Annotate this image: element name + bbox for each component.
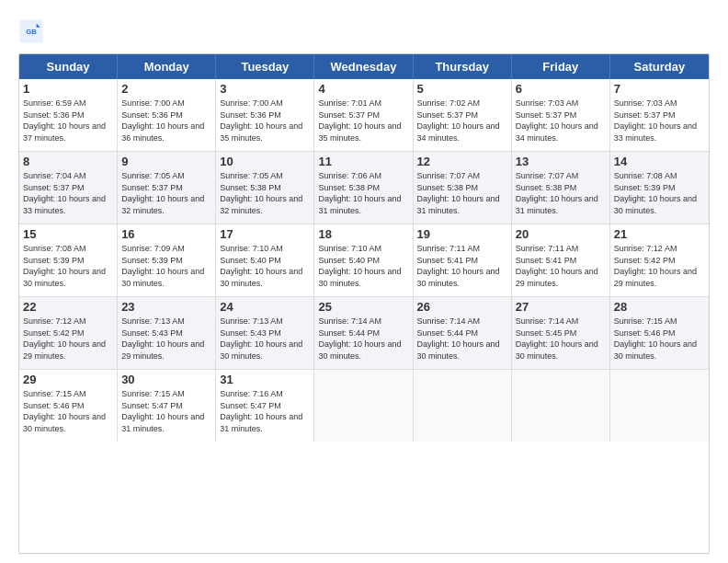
header-wednesday: Wednesday: [314, 54, 413, 79]
daylight-label: Daylight: 10 hours and 37 minutes.: [23, 121, 113, 144]
sunset-line: Sunset: 5:37 PM: [121, 182, 211, 194]
day-number: 22: [23, 300, 113, 314]
day-10: 10Sunrise: 7:05 AMSunset: 5:38 PMDayligh…: [216, 152, 314, 224]
day-5: 5Sunrise: 7:02 AMSunset: 5:37 PMDaylight…: [414, 79, 512, 151]
sunrise-line: Sunrise: 7:01 AM: [318, 98, 408, 109]
day-23: 23Sunrise: 7:13 AMSunset: 5:43 PMDayligh…: [118, 297, 216, 369]
sunrise-line: Sunrise: 7:14 AM: [516, 316, 606, 327]
day-number: 1: [23, 82, 113, 96]
daylight-label: Daylight: 10 hours and 30 minutes.: [614, 193, 705, 216]
daylight-label: Daylight: 10 hours and 31 minutes.: [220, 411, 310, 434]
daylight-label: Daylight: 10 hours and 29 minutes.: [516, 266, 606, 289]
day-2: 2Sunrise: 7:00 AMSunset: 5:36 PMDaylight…: [118, 79, 216, 151]
header-tuesday: Tuesday: [216, 54, 314, 79]
day-number: 14: [614, 155, 705, 168]
sunrise-line: Sunrise: 6:59 AM: [23, 98, 113, 109]
sunset-line: Sunset: 5:45 PM: [516, 327, 606, 339]
header-friday: Friday: [512, 54, 610, 79]
empty-cell: [314, 370, 413, 442]
header-monday: Monday: [118, 54, 216, 79]
daylight-label: Daylight: 10 hours and 34 minutes.: [516, 121, 606, 144]
day-number: 29: [23, 373, 113, 386]
sunrise-line: Sunrise: 7:03 AM: [614, 98, 705, 109]
sunset-line: Sunset: 5:37 PM: [23, 182, 113, 194]
day-number: 4: [318, 82, 408, 96]
sunset-line: Sunset: 5:36 PM: [23, 109, 113, 121]
day-number: 31: [220, 373, 310, 386]
sunset-line: Sunset: 5:42 PM: [23, 327, 113, 339]
week-row-5: 29Sunrise: 7:15 AMSunset: 5:46 PMDayligh…: [19, 370, 709, 442]
sunset-line: Sunset: 5:37 PM: [417, 109, 507, 121]
day-11: 11Sunrise: 7:06 AMSunset: 5:38 PMDayligh…: [314, 152, 413, 224]
calendar-header: SundayMondayTuesdayWednesdayThursdayFrid…: [19, 54, 709, 79]
day-31: 31Sunrise: 7:16 AMSunset: 5:47 PMDayligh…: [216, 370, 314, 442]
daylight-label: Daylight: 10 hours and 30 minutes.: [220, 339, 310, 362]
sunrise-line: Sunrise: 7:11 AM: [417, 243, 507, 255]
daylight-label: Daylight: 10 hours and 30 minutes.: [23, 266, 113, 289]
daylight-label: Daylight: 10 hours and 34 minutes.: [417, 121, 507, 144]
day-21: 21Sunrise: 7:12 AMSunset: 5:42 PMDayligh…: [610, 224, 709, 296]
sunset-line: Sunset: 5:46 PM: [614, 327, 705, 339]
sunrise-line: Sunrise: 7:06 AM: [318, 170, 408, 182]
day-number: 5: [417, 82, 507, 96]
week-row-4: 22Sunrise: 7:12 AMSunset: 5:42 PMDayligh…: [19, 297, 709, 370]
logo: GB: [18, 18, 48, 44]
sunset-line: Sunset: 5:39 PM: [121, 255, 211, 267]
sunrise-line: Sunrise: 7:15 AM: [23, 388, 113, 400]
day-number: 30: [121, 373, 211, 386]
daylight-label: Daylight: 10 hours and 30 minutes.: [417, 339, 507, 362]
sunset-line: Sunset: 5:38 PM: [318, 182, 408, 194]
day-27: 27Sunrise: 7:14 AMSunset: 5:45 PMDayligh…: [512, 297, 610, 369]
header-saturday: Saturday: [610, 54, 709, 79]
day-29: 29Sunrise: 7:15 AMSunset: 5:46 PMDayligh…: [19, 370, 118, 442]
sunrise-line: Sunrise: 7:14 AM: [417, 316, 507, 327]
day-16: 16Sunrise: 7:09 AMSunset: 5:39 PMDayligh…: [118, 224, 216, 296]
sunset-line: Sunset: 5:36 PM: [121, 109, 211, 121]
sunset-line: Sunset: 5:42 PM: [614, 255, 705, 267]
daylight-label: Daylight: 10 hours and 32 minutes.: [220, 193, 310, 216]
sunrise-line: Sunrise: 7:12 AM: [23, 316, 113, 327]
day-1: 1Sunrise: 6:59 AMSunset: 5:36 PMDaylight…: [19, 79, 118, 151]
day-number: 12: [417, 155, 507, 168]
daylight-label: Daylight: 10 hours and 30 minutes.: [121, 266, 211, 289]
daylight-label: Daylight: 10 hours and 31 minutes.: [417, 193, 507, 216]
logo-icon: GB: [18, 18, 44, 44]
sunrise-line: Sunrise: 7:13 AM: [220, 316, 310, 327]
day-17: 17Sunrise: 7:10 AMSunset: 5:40 PMDayligh…: [216, 224, 314, 296]
day-number: 10: [220, 155, 310, 168]
sunrise-line: Sunrise: 7:08 AM: [614, 170, 705, 182]
sunrise-line: Sunrise: 7:12 AM: [614, 243, 705, 255]
day-number: 27: [516, 300, 606, 314]
day-3: 3Sunrise: 7:00 AMSunset: 5:36 PMDaylight…: [216, 79, 314, 151]
daylight-label: Daylight: 10 hours and 30 minutes.: [318, 339, 408, 362]
sunrise-line: Sunrise: 7:13 AM: [121, 316, 211, 327]
day-28: 28Sunrise: 7:15 AMSunset: 5:46 PMDayligh…: [610, 297, 709, 369]
calendar: SundayMondayTuesdayWednesdayThursdayFrid…: [18, 53, 710, 554]
daylight-label: Daylight: 10 hours and 36 minutes.: [121, 121, 211, 144]
sunrise-line: Sunrise: 7:11 AM: [516, 243, 606, 255]
sunset-line: Sunset: 5:47 PM: [220, 400, 310, 412]
sunset-line: Sunset: 5:36 PM: [220, 109, 310, 121]
daylight-label: Daylight: 10 hours and 30 minutes.: [516, 339, 606, 362]
day-number: 20: [516, 227, 606, 241]
calendar-body: 1Sunrise: 6:59 AMSunset: 5:36 PMDaylight…: [19, 79, 709, 442]
day-6: 6Sunrise: 7:03 AMSunset: 5:37 PMDaylight…: [512, 79, 610, 151]
day-number: 18: [318, 227, 408, 241]
day-8: 8Sunrise: 7:04 AMSunset: 5:37 PMDaylight…: [19, 152, 118, 224]
sunrise-line: Sunrise: 7:15 AM: [121, 388, 211, 400]
sunrise-line: Sunrise: 7:07 AM: [417, 170, 507, 182]
sunset-line: Sunset: 5:37 PM: [614, 109, 705, 121]
daylight-label: Daylight: 10 hours and 31 minutes.: [516, 193, 606, 216]
day-number: 15: [23, 227, 113, 241]
page: GB SundayMondayTuesdayWednesdayThursdayF…: [0, 0, 728, 563]
sunrise-line: Sunrise: 7:02 AM: [417, 98, 507, 109]
day-number: 7: [614, 82, 705, 96]
sunset-line: Sunset: 5:47 PM: [121, 400, 211, 412]
header-thursday: Thursday: [414, 54, 512, 79]
day-number: 16: [121, 227, 211, 241]
sunrise-line: Sunrise: 7:05 AM: [220, 170, 310, 182]
daylight-label: Daylight: 10 hours and 29 minutes.: [23, 339, 113, 362]
week-row-3: 15Sunrise: 7:08 AMSunset: 5:39 PMDayligh…: [19, 224, 709, 297]
empty-cell: [610, 370, 709, 442]
day-12: 12Sunrise: 7:07 AMSunset: 5:38 PMDayligh…: [414, 152, 512, 224]
